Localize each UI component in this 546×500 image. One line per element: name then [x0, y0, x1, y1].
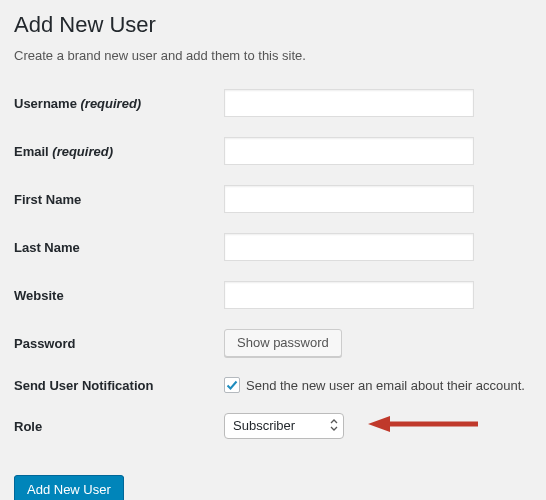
first-name-label: First Name: [14, 192, 224, 207]
role-select[interactable]: Subscriber: [224, 413, 344, 439]
send-notification-label: Send User Notification: [14, 378, 224, 393]
password-label: Password: [14, 336, 224, 351]
svg-marker-1: [368, 416, 390, 432]
last-name-field[interactable]: [224, 233, 474, 261]
send-notification-checkbox[interactable]: [224, 377, 240, 393]
website-label: Website: [14, 288, 224, 303]
first-name-field[interactable]: [224, 185, 474, 213]
role-label: Role: [14, 419, 224, 434]
page-title: Add New User: [14, 12, 532, 38]
add-new-user-button[interactable]: Add New User: [14, 475, 124, 500]
email-field[interactable]: [224, 137, 474, 165]
email-label: Email (required): [14, 144, 224, 159]
show-password-button[interactable]: Show password: [224, 329, 342, 357]
website-field[interactable]: [224, 281, 474, 309]
username-label: Username (required): [14, 96, 224, 111]
arrow-left-icon: [368, 414, 478, 438]
checkmark-icon: [226, 379, 238, 391]
last-name-label: Last Name: [14, 240, 224, 255]
username-field[interactable]: [224, 89, 474, 117]
page-description: Create a brand new user and add them to …: [14, 48, 532, 63]
send-notification-text: Send the new user an email about their a…: [246, 378, 525, 393]
